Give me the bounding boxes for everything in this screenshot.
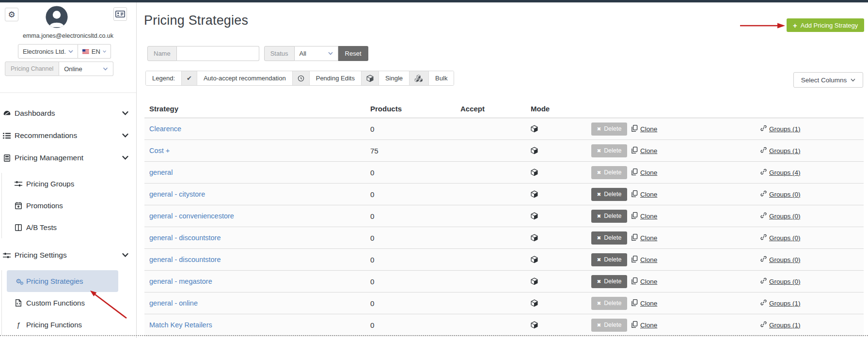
groups-link[interactable]: Groups (0)	[769, 213, 801, 220]
groups-link[interactable]: Groups (1)	[769, 147, 801, 154]
sidebar-item-custom-functions[interactable]: Custom Functions	[7, 292, 118, 314]
sidebar-item-pricing-groups[interactable]: Pricing Groups	[7, 173, 118, 195]
sidebar-item-dashboards[interactable]: Dashboards	[0, 102, 136, 124]
delete-cell: ✖Delete	[591, 297, 631, 310]
link-icon	[760, 212, 767, 220]
delete-button[interactable]: ✖Delete	[591, 210, 627, 223]
account-selects: Electronics Ltd. EN	[18, 44, 111, 59]
products-value: 0	[370, 277, 460, 286]
groups-cell: Groups (1)	[760, 147, 864, 154]
delete-button[interactable]: ✖Delete	[591, 188, 627, 201]
language-select[interactable]: EN	[78, 44, 111, 59]
clone-cell: Clone	[631, 146, 760, 155]
strategy-link[interactable]: general - online	[149, 299, 198, 307]
strategy-cell: general - citystore	[149, 190, 370, 198]
table-row: general - discountstore0✖DeleteCloneGrou…	[144, 249, 864, 271]
legend-label: Legend:	[146, 71, 182, 85]
groups-cell: Groups (0)	[760, 190, 864, 198]
status-filter-select[interactable]: All	[295, 46, 338, 61]
cube-icon	[531, 125, 591, 133]
chevron-down-icon	[851, 78, 855, 82]
copy-icon	[631, 277, 638, 286]
user-avatar-icon	[45, 5, 68, 29]
groups-cell: Groups (1)	[760, 299, 864, 307]
strategy-link[interactable]: general - conveniencestore	[149, 212, 234, 220]
sidebar-item-recommendations[interactable]: Recommendations	[0, 124, 136, 147]
products-value: 0	[370, 256, 460, 264]
list-icon	[2, 133, 11, 139]
groups-link[interactable]: Groups (0)	[769, 278, 801, 285]
strategy-link[interactable]: general - megastore	[149, 277, 212, 285]
cube-icon	[531, 147, 591, 154]
delete-button: ✖Delete	[591, 123, 627, 136]
clone-link[interactable]: Clone	[640, 125, 657, 133]
sidebar-item-a-b-tests[interactable]: A/B Tests	[7, 216, 118, 238]
clone-link[interactable]: Clone	[640, 169, 657, 176]
pricing-channel-select[interactable]: Online	[59, 61, 113, 76]
clone-link[interactable]: Clone	[640, 300, 657, 307]
top-accent-bar	[0, 0, 868, 2]
filter-bar: Name Status All Reset	[147, 46, 368, 61]
link-icon	[760, 169, 767, 176]
clone-link[interactable]: Clone	[640, 322, 657, 329]
delete-button-label: Delete	[604, 213, 621, 219]
clone-link[interactable]: Clone	[640, 234, 657, 242]
table-body: Clearence0✖DeleteCloneGroups (1)Cost +75…	[144, 118, 864, 336]
cube-icon	[531, 234, 591, 242]
strategy-link[interactable]: Clearence	[149, 125, 181, 133]
sidebar-item-promotions[interactable]: Promotions	[7, 195, 118, 216]
sidebar-item-pricing-management[interactable]: Pricing Management	[0, 147, 136, 169]
sidebar-item-label: Custom Functions	[26, 299, 85, 307]
delete-button[interactable]: ✖Delete	[591, 275, 627, 288]
groups-link[interactable]: Groups (0)	[769, 234, 801, 242]
delete-button[interactable]: ✖Delete	[591, 253, 627, 266]
clone-link[interactable]: Clone	[640, 256, 657, 263]
groups-link[interactable]: Groups (1)	[769, 125, 801, 133]
delete-button: ✖Delete	[591, 144, 627, 157]
groups-link[interactable]: Groups (0)	[769, 191, 801, 198]
select-columns-button[interactable]: Select Columns	[793, 72, 863, 88]
sidebar-item-pricing-strategies[interactable]: ⚙⚙Pricing Strategies	[7, 270, 118, 292]
name-filter-input[interactable]	[177, 46, 259, 61]
groups-link[interactable]: Groups (0)	[769, 256, 801, 263]
clone-link[interactable]: Clone	[640, 278, 657, 285]
clone-cell: Clone	[631, 299, 760, 308]
delete-button[interactable]: ✖Delete	[591, 231, 627, 245]
table-row: general - online0✖DeleteCloneGroups (1)	[144, 292, 864, 314]
groups-link[interactable]: Groups (4)	[769, 169, 801, 176]
company-select[interactable]: Electronics Ltd.	[18, 44, 78, 59]
sidebar-item-pricing-settings[interactable]: Pricing Settings	[0, 244, 136, 266]
settings-button[interactable]: ⚙	[5, 8, 18, 21]
link-icon	[760, 321, 767, 329]
groups-link[interactable]: Groups (1)	[769, 322, 801, 329]
strategy-link[interactable]: Match Key Retailers	[149, 321, 212, 329]
cube-icon	[531, 277, 591, 285]
copy-icon	[631, 233, 638, 243]
copy-icon	[631, 190, 638, 199]
strategy-cell: general - online	[149, 299, 370, 307]
clone-link[interactable]: Clone	[640, 191, 657, 198]
add-pricing-strategy-button[interactable]: + Add Pricing Strategy	[787, 18, 864, 32]
strategy-link[interactable]: general - citystore	[149, 190, 205, 198]
link-icon	[760, 256, 767, 263]
chevron-down-icon	[122, 134, 128, 138]
cube-icon	[531, 299, 591, 307]
calculator-icon	[2, 154, 11, 162]
legend-bar: Legend: ✔Auto-accept recommendationPendi…	[145, 71, 454, 86]
clone-link[interactable]: Clone	[640, 213, 657, 220]
products-value: 75	[370, 147, 460, 155]
strategy-link[interactable]: general	[149, 169, 173, 176]
calendar-plus-icon	[14, 202, 23, 209]
profile-card-button[interactable]	[113, 7, 127, 21]
groups-link[interactable]: Groups (1)	[769, 300, 801, 307]
strategy-link[interactable]: general - discountstore	[149, 234, 221, 242]
sidebar-item-pricing-functions[interactable]: ƒPricing Functions	[7, 314, 118, 336]
table-row: Cost +75✖DeleteCloneGroups (1)	[144, 140, 864, 162]
products-value: 0	[370, 169, 460, 177]
strategy-link[interactable]: general - discountstore	[149, 256, 221, 263]
sidebar-item-label: Pricing Management	[15, 154, 83, 162]
clone-link[interactable]: Clone	[640, 147, 657, 154]
strategy-link[interactable]: Cost +	[149, 147, 170, 154]
page-title: Pricing Strategies	[144, 13, 248, 28]
reset-button[interactable]: Reset	[338, 46, 368, 61]
